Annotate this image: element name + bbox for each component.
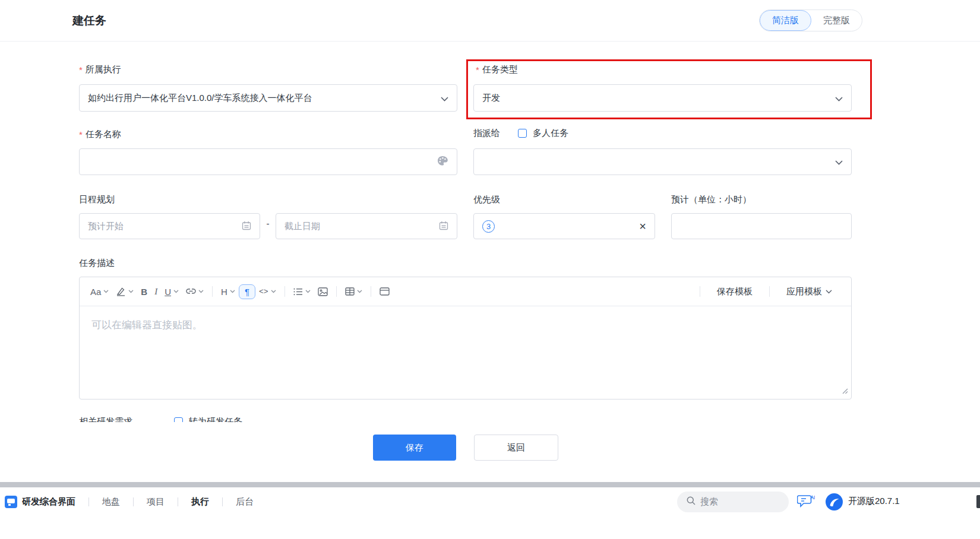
- assignee-select[interactable]: [473, 148, 852, 175]
- required-mark: *: [79, 65, 83, 75]
- priority-label: 优先级: [473, 194, 500, 205]
- editor-placeholder: 可以在编辑器直接贴图。: [91, 318, 203, 332]
- ai-assistant-icon[interactable]: AI: [797, 494, 815, 512]
- end-date-placeholder: 截止日期: [284, 221, 320, 232]
- taskbar-separator: [178, 497, 178, 506]
- save-button[interactable]: 保存: [373, 435, 456, 461]
- version-mode-toggle: 简洁版 完整版: [759, 9, 862, 31]
- window-divider-band: [0, 482, 980, 487]
- taskbar-app-name[interactable]: 研发综合界面: [22, 496, 75, 508]
- panel-block-button[interactable]: [376, 285, 393, 298]
- related-story-label: 相关研发需求: [79, 415, 132, 422]
- svg-text:AI: AI: [810, 494, 815, 500]
- toolbar-separator: [336, 286, 337, 297]
- code-button[interactable]: <>: [255, 285, 280, 299]
- chevron-down-icon: [441, 93, 448, 103]
- underline-button[interactable]: U: [161, 284, 182, 299]
- schedule-label: 日程规划: [79, 194, 115, 205]
- start-date-placeholder: 预计开始: [88, 221, 124, 232]
- description-label: 任务描述: [79, 258, 115, 269]
- execution-select[interactable]: 如约出行用户一体化平台V1.0.0/学车系统接入一体化平台: [79, 84, 457, 112]
- taskbar-separator: [88, 497, 89, 506]
- taskbar-item-admin[interactable]: 后台: [236, 496, 254, 508]
- date-range-separator: -: [265, 218, 271, 229]
- toolbar-separator: [769, 286, 770, 297]
- chevron-down-icon: [835, 157, 843, 167]
- priority-badge: 3: [482, 220, 495, 233]
- estimate-input[interactable]: [671, 213, 852, 239]
- estimate-label: 预计（单位：小时）: [671, 194, 751, 205]
- required-mark: *: [79, 129, 83, 139]
- app-launcher-icon[interactable]: [5, 496, 17, 508]
- italic-button[interactable]: I: [151, 284, 161, 299]
- search-input[interactable]: 搜索: [677, 492, 789, 512]
- taskbar: 研发综合界面 地盘 项目 执行 后台 搜索 AI: [0, 487, 980, 516]
- multi-user-checkbox[interactable]: [518, 129, 527, 138]
- palette-icon[interactable]: [437, 156, 448, 168]
- clear-icon[interactable]: ×: [639, 220, 646, 232]
- end-date-input[interactable]: 截止日期: [276, 213, 457, 239]
- related-story-checkbox[interactable]: [174, 417, 183, 423]
- table-button[interactable]: [342, 285, 366, 298]
- save-template-button[interactable]: 保存模板: [705, 286, 764, 297]
- task-name-input[interactable]: [79, 148, 457, 175]
- taskbar-item-project[interactable]: 项目: [147, 496, 165, 508]
- taskbar-separator: [222, 497, 223, 506]
- toolbar-separator: [212, 286, 213, 297]
- paragraph-mark-button[interactable]: ¶: [239, 284, 255, 299]
- description-editor: Aa B I U H: [79, 277, 852, 400]
- zentao-logo[interactable]: [826, 493, 843, 513]
- execution-label: * 所属执行: [79, 64, 121, 75]
- related-story-checkbox-label: 转为研发任务: [189, 415, 242, 422]
- apply-template-button[interactable]: 应用模板: [774, 286, 844, 297]
- image-button[interactable]: [314, 285, 331, 299]
- task-type-label: * 任务类型: [476, 64, 518, 75]
- heading-button[interactable]: H: [217, 284, 239, 299]
- version-label: 开源版20.7.1: [848, 496, 900, 507]
- taskbar-item-dipan[interactable]: 地盘: [102, 496, 120, 508]
- required-mark: *: [476, 65, 479, 75]
- multi-user-checkbox-label: 多人任务: [533, 128, 568, 139]
- priority-select[interactable]: 3 ×: [473, 213, 655, 239]
- search-icon: [687, 496, 696, 508]
- assignee-label: 指派给: [473, 128, 500, 139]
- calendar-icon: [439, 221, 448, 232]
- toolbar-separator: [371, 286, 371, 297]
- font-style-button[interactable]: Aa: [87, 284, 112, 299]
- start-date-input[interactable]: 预计开始: [79, 213, 260, 239]
- task-name-label: * 任务名称: [79, 129, 121, 140]
- related-story-row-clipped: 相关研发需求 转为研发任务: [79, 415, 495, 422]
- taskbar-left: 研发综合界面 地盘 项目 执行 后台: [5, 487, 254, 516]
- chevron-down-icon: [835, 93, 843, 103]
- search-placeholder: 搜索: [700, 496, 718, 508]
- taskbar-separator: [133, 497, 134, 506]
- mode-full-button[interactable]: 完整版: [811, 10, 862, 31]
- editor-toolbar: Aa B I U H: [80, 277, 851, 306]
- page-title: 建任务: [72, 13, 106, 28]
- toolbar-separator: [700, 286, 700, 297]
- taskbar-item-execution[interactable]: 执行: [191, 496, 209, 508]
- resize-handle[interactable]: [841, 386, 848, 397]
- page-header: 建任务 简洁版 完整版: [0, 0, 980, 42]
- back-button[interactable]: 返回: [474, 435, 558, 461]
- mode-simple-button[interactable]: 简洁版: [760, 10, 811, 31]
- link-button[interactable]: [182, 285, 207, 298]
- toolbar-separator: [284, 286, 285, 297]
- edge-more-sliver[interactable]: [976, 495, 980, 508]
- execution-select-value: 如约出行用户一体化平台V1.0.0/学车系统接入一体化平台: [88, 93, 312, 104]
- calendar-icon: [242, 221, 251, 232]
- task-type-select[interactable]: 开发: [473, 84, 852, 112]
- assignee-label-row: 指派给 多人任务: [473, 128, 568, 139]
- task-create-page: 建任务 简洁版 完整版 * 所属执行 * 任务类型 如约出行用户一体化平台V1.…: [0, 0, 980, 539]
- task-type-select-value: 开发: [482, 93, 500, 104]
- editor-content-area[interactable]: 可以在编辑器直接贴图。: [80, 306, 851, 400]
- list-button[interactable]: [290, 286, 314, 298]
- font-color-pen-button[interactable]: [112, 284, 137, 299]
- template-actions: 保存模板 应用模板: [695, 286, 844, 297]
- bold-button[interactable]: B: [137, 284, 151, 299]
